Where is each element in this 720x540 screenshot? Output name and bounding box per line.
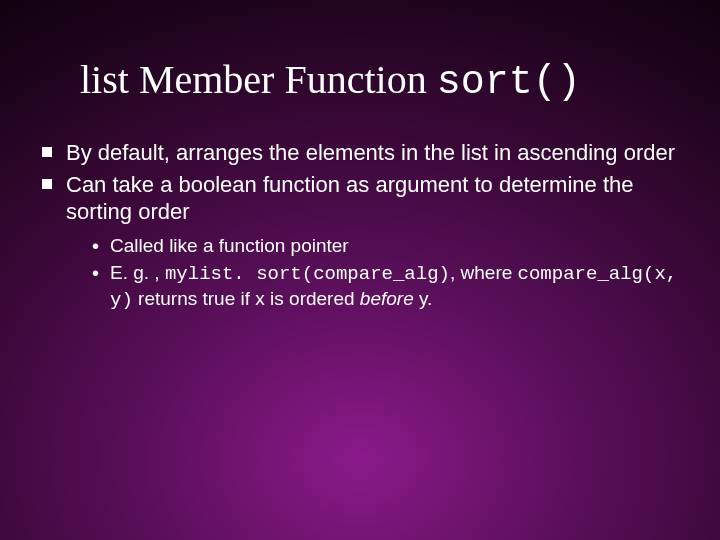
italic-text: before xyxy=(360,288,414,309)
sub-bullet-text: y. xyxy=(414,288,433,309)
sub-bullet-item: Called like a function pointer xyxy=(90,234,692,259)
sub-bullet-text: returns true if x is ordered xyxy=(133,288,360,309)
slide: list Member Function sort() By default, … xyxy=(0,0,720,540)
slide-title: list Member Function sort() xyxy=(80,58,692,105)
title-code: sort() xyxy=(437,60,581,105)
sub-bullet-item: E. g. , mylist. sort(compare_alg), where… xyxy=(90,261,692,312)
sub-bullet-list: Called like a function pointer E. g. , m… xyxy=(66,234,692,313)
bullet-text: Can take a boolean function as argument … xyxy=(66,172,633,225)
sub-bullet-text: , where xyxy=(450,262,518,283)
bullet-text: By default, arranges the elements in the… xyxy=(66,140,675,165)
sub-bullet-text: Called like a function pointer xyxy=(110,235,349,256)
bullet-item: By default, arranges the elements in the… xyxy=(38,139,692,167)
sub-bullet-text: E. g. , xyxy=(110,262,165,283)
code-text: mylist. sort(compare_alg) xyxy=(165,263,450,285)
main-bullet-list: By default, arranges the elements in the… xyxy=(28,139,692,313)
bullet-item: Can take a boolean function as argument … xyxy=(38,171,692,313)
title-text: list Member Function xyxy=(80,57,437,102)
